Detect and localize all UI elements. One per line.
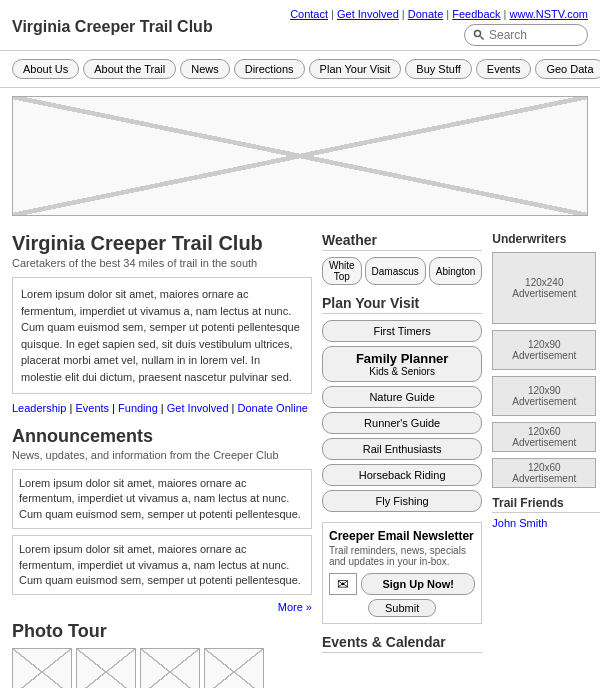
- nature-guide-btn[interactable]: Nature Guide: [322, 386, 482, 408]
- submit-button[interactable]: Submit: [368, 599, 436, 617]
- family-planner-sub: Kids & Seniors: [331, 366, 473, 377]
- weather-title: Weather: [322, 232, 482, 251]
- header-links: Contact | Get Involved | Donate | Feedba…: [290, 8, 588, 20]
- nav-geo-data[interactable]: Geo Data: [535, 59, 600, 79]
- first-timers-btn[interactable]: First Timers: [322, 320, 482, 342]
- weather-buttons: White Top Damascus Abington: [322, 257, 482, 285]
- get-involved-link[interactable]: Get Involved: [337, 8, 399, 20]
- feedback-link[interactable]: Feedback: [452, 8, 500, 20]
- announcements-section: Announcements News, updates, and informa…: [12, 426, 312, 613]
- announcements-sub: News, updates, and information from the …: [12, 449, 312, 461]
- main-body-text: Lorem ipsum dolor sit amet, maiores orna…: [12, 277, 312, 394]
- family-planner-btn[interactable]: Family Planner Kids & Seniors: [322, 346, 482, 382]
- newsletter-title: Creeper Email Newsletter: [329, 529, 475, 543]
- events-link[interactable]: Events: [75, 402, 109, 414]
- plan-visit-title: Plan Your Visit: [322, 295, 482, 314]
- newsletter-sub: Trail reminders, news, specials and upda…: [329, 545, 475, 567]
- nav-buy-stuff[interactable]: Buy Stuff: [405, 59, 471, 79]
- ad-120x60-b: 120x60Advertisement: [492, 458, 596, 488]
- header: Virginia Creeper Trail Club Contact | Ge…: [0, 0, 600, 50]
- photo-thumb-3[interactable]: [140, 648, 200, 688]
- ad-120x90-b: 120x90Advertisement: [492, 376, 596, 416]
- underwriters-title: Underwriters: [492, 232, 600, 246]
- photo-tour-title: Photo Tour: [12, 621, 312, 642]
- donate-link[interactable]: Donate: [408, 8, 443, 20]
- rail-enthusiasts-btn[interactable]: Rail Enthusiasts: [322, 438, 482, 460]
- leadership-link[interactable]: Leadership: [12, 402, 66, 414]
- announcements-title: Announcements: [12, 426, 312, 447]
- nav-news[interactable]: News: [180, 59, 230, 79]
- plan-visit-section: Plan Your Visit First Timers Family Plan…: [322, 295, 482, 512]
- trail-friend-john-smith[interactable]: John Smith: [492, 517, 600, 529]
- ad-120x240: 120x240Advertisement: [492, 252, 596, 324]
- search-icon: [473, 29, 485, 41]
- main-content: Virginia Creeper Trail Club Caretakers o…: [0, 224, 600, 688]
- photo-tour-section: Photo Tour: [12, 621, 312, 688]
- ad-120x90-a: 120x90Advertisement: [492, 330, 596, 370]
- photo-thumb-4[interactable]: [204, 648, 264, 688]
- announcement-1: Lorem ipsum dolor sit amet, maiores orna…: [12, 469, 312, 529]
- nstv-link[interactable]: www.NSTV.com: [510, 8, 588, 20]
- search-input[interactable]: [489, 28, 579, 42]
- nav-bar: About Us About the Trail News Directions…: [0, 50, 600, 88]
- search-box: [464, 24, 588, 46]
- nav-directions[interactable]: Directions: [234, 59, 305, 79]
- more-link: More »: [12, 601, 312, 613]
- get-involved-main-link[interactable]: Get Involved: [167, 402, 229, 414]
- left-column: Virginia Creeper Trail Club Caretakers o…: [12, 232, 312, 688]
- weather-abington[interactable]: Abington: [429, 257, 482, 285]
- photo-thumb-2[interactable]: [76, 648, 136, 688]
- photo-grid: [12, 648, 312, 688]
- nav-events[interactable]: Events: [476, 59, 532, 79]
- newsletter-inner: ✉ Sign Up Now!: [329, 573, 475, 595]
- contact-link[interactable]: Contact: [290, 8, 328, 20]
- events-title: Events & Calendar: [322, 634, 482, 653]
- nav-plan-visit[interactable]: Plan Your Visit: [309, 59, 402, 79]
- main-section-title: Virginia Creeper Trail Club: [12, 232, 312, 255]
- main-links-row: Leadership | Events | Funding | Get Invo…: [12, 402, 312, 414]
- header-right: Contact | Get Involved | Donate | Feedba…: [290, 8, 588, 46]
- trail-friends-section: Trail Friends John Smith: [492, 496, 600, 529]
- right-column: Underwriters 120x240Advertisement 120x90…: [492, 232, 600, 688]
- signup-button[interactable]: Sign Up Now!: [361, 573, 475, 595]
- svg-point-0: [475, 31, 481, 37]
- donate-online-link[interactable]: Donate Online: [238, 402, 308, 414]
- nav-about-us[interactable]: About Us: [12, 59, 79, 79]
- ad-120x60-a: 120x60Advertisement: [492, 422, 596, 452]
- events-calendar-section: Events & Calendar: [322, 634, 482, 653]
- runners-guide-btn[interactable]: Runner's Guide: [322, 412, 482, 434]
- site-title: Virginia Creeper Trail Club: [12, 18, 213, 36]
- newsletter-section: Creeper Email Newsletter Trail reminders…: [322, 522, 482, 624]
- fly-fishing-btn[interactable]: Fly Fishing: [322, 490, 482, 512]
- horseback-riding-btn[interactable]: Horseback Riding: [322, 464, 482, 486]
- weather-white-top[interactable]: White Top: [322, 257, 362, 285]
- svg-line-1: [481, 37, 484, 40]
- hero-image: [12, 96, 588, 216]
- funding-link[interactable]: Funding: [118, 402, 158, 414]
- mail-icon: ✉: [329, 573, 357, 595]
- more-announcements-link[interactable]: More »: [278, 601, 312, 613]
- middle-column: Weather White Top Damascus Abington Plan…: [322, 232, 482, 688]
- weather-damascus[interactable]: Damascus: [365, 257, 426, 285]
- announcement-2: Lorem ipsum dolor sit amet, maiores orna…: [12, 535, 312, 595]
- main-section-sub: Caretakers of the best 34 miles of trail…: [12, 257, 312, 269]
- nav-about-trail[interactable]: About the Trail: [83, 59, 176, 79]
- photo-thumb-1[interactable]: [12, 648, 72, 688]
- trail-friends-title: Trail Friends: [492, 496, 600, 513]
